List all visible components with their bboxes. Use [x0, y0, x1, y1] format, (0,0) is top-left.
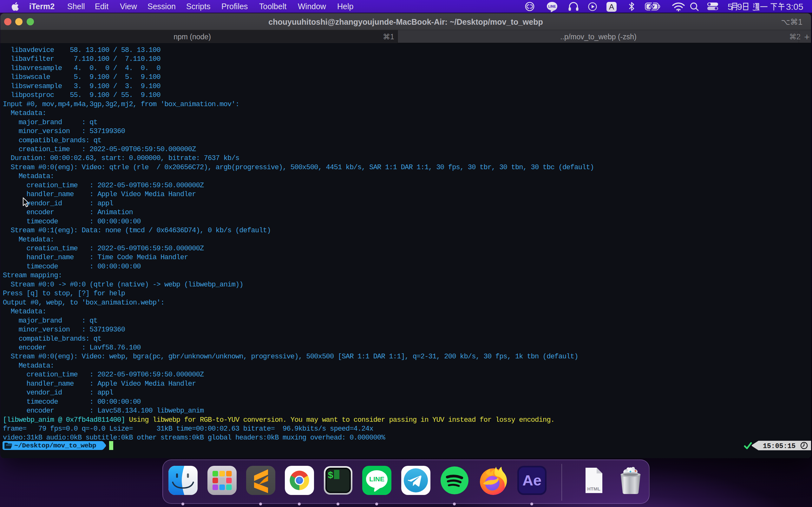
- svg-text:LINE: LINE: [548, 4, 556, 8]
- svg-text:HTML: HTML: [587, 486, 600, 492]
- svg-text:LINE: LINE: [369, 475, 385, 483]
- svg-text:Ae: Ae: [522, 472, 542, 489]
- svg-text:A: A: [609, 3, 614, 11]
- svg-text:15:05:15: 15:05:15: [763, 442, 796, 450]
- svg-text:$: $: [328, 470, 334, 481]
- svg-text:9: 9: [737, 2, 742, 12]
- svg-text:3:05: 3:05: [786, 2, 803, 12]
